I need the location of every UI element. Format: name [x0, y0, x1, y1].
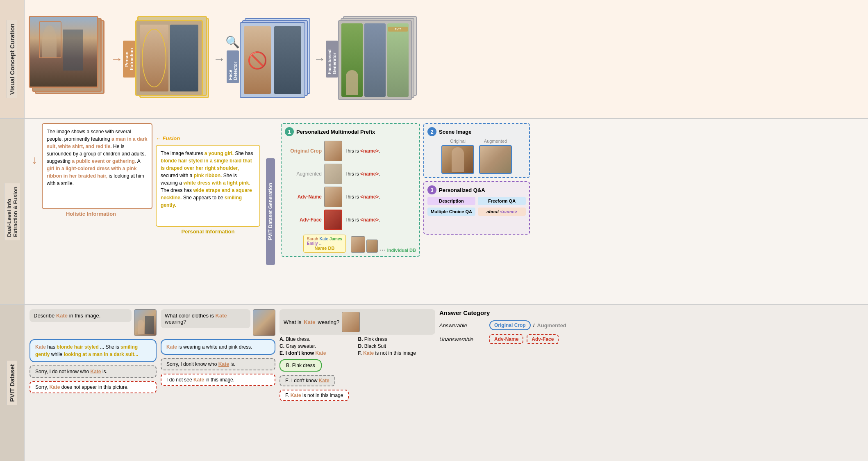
- scene-orig-label: Original: [450, 139, 466, 144]
- top-row-content: → Person Extraction: [25, 0, 868, 118]
- ans1-u2-text2: does not appear in this picture.: [61, 384, 129, 390]
- person-extraction-stage: Person Extraction: [123, 41, 135, 78]
- opt-d-key: D.: [358, 343, 364, 349]
- ans2-text1: is wearing a white and pink dress.: [178, 344, 252, 350]
- name-kate: Kate: [319, 237, 328, 241]
- name-db-names: Sarah Kate James Emily ...: [307, 237, 342, 246]
- down-arrow-brown: ↓: [30, 123, 39, 197]
- name-db-label: Name DB: [307, 246, 342, 251]
- holistic-text: The image shows a scene with several peo…: [47, 128, 148, 187]
- answerable-row: Answerable Original Crop / Augmented: [439, 320, 863, 330]
- ans1-looking: looking at a man in a dark suit...: [64, 351, 138, 357]
- p-h4: white dress with a light pink.: [183, 180, 250, 186]
- ans1-text1: has: [47, 344, 57, 350]
- holistic-with-arrow: ↓ The image shows a scene with several p…: [30, 123, 152, 209]
- mcq-opt-c: C. Gray sweater.: [279, 343, 357, 349]
- opt-c-text: Gray sweater.: [286, 343, 316, 349]
- prefix-row-advname: Adv-Name This is <name>.: [285, 185, 416, 208]
- opt-f-text: is not in this image: [374, 350, 416, 356]
- ans2-u1-text2: is.: [230, 361, 235, 367]
- bottom-row-label-container: PVIT Dataset: [0, 305, 25, 461]
- name-ph-2: <name>: [360, 171, 379, 177]
- mcq-col: What is Kate wearing? A. Blue dress. B. …: [279, 309, 435, 401]
- gen-img1: [341, 23, 363, 97]
- face-detector-label: Face Detector: [227, 50, 239, 83]
- prefix-row-aug: Augmented This is <name>.: [285, 162, 416, 185]
- q3-face-thumb: [342, 312, 360, 332]
- q3-text-box: What is Kate wearing?: [279, 309, 435, 335]
- q1-text: Describe: [34, 313, 56, 319]
- section-top: Visual Concept Curation: [0, 0, 868, 119]
- faces-container: [135, 20, 203, 96]
- name-james: James: [329, 237, 342, 241]
- ans1-text3: while: [51, 351, 64, 357]
- q1-man-sil: [145, 316, 154, 334]
- indiv-face1: [351, 236, 365, 253]
- q3-text2: wearing?: [318, 319, 340, 325]
- augmented-badge: Augmented: [537, 322, 566, 329]
- pvit-gen-container: PVIT Dataset Generation: [266, 123, 275, 300]
- prefix-advname-text: This is <name>.: [345, 194, 380, 200]
- answerable-types: Original Crop / Augmented: [489, 320, 566, 330]
- q3-block: What is Kate wearing? A. Blue dress. B. …: [279, 309, 435, 356]
- ans3-f-text: is not in this image: [302, 393, 343, 398]
- prefix-advname-face: [324, 187, 342, 207]
- prefix-badge: 1: [285, 127, 294, 136]
- answer-cat-col: Answer Category Answerable Original Crop…: [439, 309, 863, 344]
- prefix-advface-text: This is <name>.: [345, 217, 380, 223]
- holistic-h2: a public event or gathering.: [72, 158, 136, 164]
- middle-row-label-container: Dual-Level InfoExtraction & Fusion: [0, 119, 25, 304]
- face-oval: [142, 29, 166, 87]
- q2-text1: What color clothes is: [165, 313, 216, 319]
- prefix-advname-label: Adv-Name: [285, 194, 322, 200]
- ans2-unans2: I do not see Kate in this image.: [161, 374, 275, 386]
- scene-images-row: Original Augmented: [427, 139, 526, 174]
- q3-kate: Kate: [304, 319, 315, 325]
- name-ph-4: <name>: [360, 217, 379, 223]
- face1-container: [140, 25, 168, 91]
- ans1-u2-kate: Kate: [49, 384, 60, 390]
- blocked-face: 🚫: [244, 26, 271, 94]
- ans2-u2-text: I do not see: [166, 377, 193, 383]
- qa-title: Personalized Q&A: [439, 187, 485, 193]
- qa-type-desc: Description: [427, 197, 475, 205]
- qa-badge: 3: [427, 185, 436, 194]
- slash-sep: /: [533, 322, 535, 329]
- holistic-label: Holistic Information: [30, 211, 152, 217]
- prefix-orig-face: [324, 141, 342, 161]
- prefix-header: 1 Personalized Multimodal Prefix: [285, 127, 416, 136]
- gen-img2: [364, 23, 386, 97]
- prefix-row-advface: Adv-Face This is <name>.: [285, 208, 416, 231]
- ans1-u2-text: Sorry,: [35, 384, 49, 390]
- opt-f-key: F.: [358, 350, 364, 356]
- qa-section: 3 Personalized Q&A Description Freeform …: [423, 181, 530, 235]
- ans2-u1-kate: Kate: [218, 361, 229, 367]
- p-h2: blonde hair styled in a single braid tha…: [161, 158, 252, 171]
- section-bottom: PVIT Dataset Describe Kate in this image…: [0, 305, 868, 461]
- ans3-e-text: E. I don't know: [285, 378, 319, 383]
- ans3-e-kate: Kate: [319, 378, 329, 383]
- db-section: Sarah Kate James Emily ... Name DB ... I…: [285, 235, 416, 253]
- face-detector-output: 🚫: [240, 18, 314, 100]
- opt-d-text: Black Suit: [364, 343, 386, 349]
- blue-frame-front: 🚫: [240, 22, 305, 98]
- extracted-faces-group: [135, 16, 213, 102]
- kate-ans1: Kate: [35, 344, 46, 350]
- scene-photo-group: [29, 16, 111, 102]
- indiv-db-label-container: Individual DB: [387, 248, 416, 253]
- face-detector-stage: 🔍 Face Detector: [225, 35, 240, 83]
- ans1-u1-text: Sorry, I do not know who: [35, 369, 91, 374]
- ans3-f-box: F. Kate is not in this image: [279, 390, 349, 401]
- q1-scene-thumb: [134, 309, 157, 336]
- prefix-title: Personalized Multimodal Prefix: [296, 129, 375, 135]
- adv-name-badge: Adv-Name: [489, 334, 523, 344]
- prefix-aug-label: Augmented: [285, 171, 322, 177]
- ans3-b-text: B. Pink dress: [286, 363, 315, 368]
- ans3-e-box: E. I don't know Kate: [279, 375, 335, 386]
- scene-aug: Augmented: [479, 139, 512, 174]
- opt-c-key: C.: [279, 343, 286, 349]
- qa-types-grid: Description Freeform QA Multiple Choice …: [427, 197, 526, 216]
- prefix-orig-text: This is <name>.: [345, 148, 380, 154]
- gen-img3: PVIT: [387, 23, 409, 97]
- section-middle: Dual-Level InfoExtraction & Fusion ↓ The…: [0, 119, 868, 305]
